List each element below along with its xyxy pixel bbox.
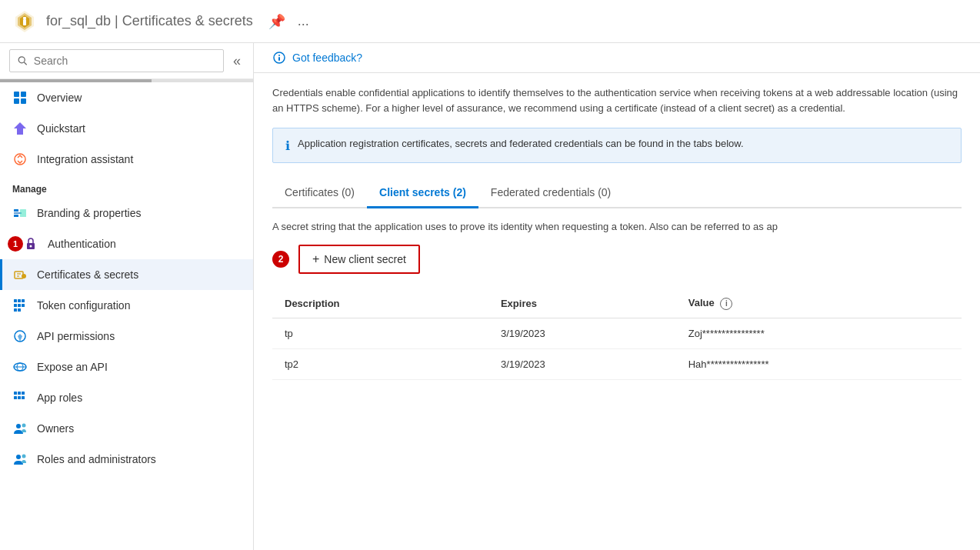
svg-point-41 [22, 424, 26, 428]
sidebar-item-roles-admin-label: Roles and administrators [37, 453, 156, 465]
svg-rect-46 [278, 57, 280, 61]
svg-rect-25 [14, 304, 17, 307]
sidebar-item-certificates-label: Certificates & secrets [37, 268, 138, 281]
sidebar-item-api-permissions[interactable]: API permissions [0, 321, 253, 352]
sidebar-item-overview-label: Overview [37, 92, 82, 104]
svg-point-19 [22, 274, 26, 278]
search-box[interactable] [9, 49, 224, 72]
integration-icon [12, 152, 28, 167]
step-2-badge: 2 [272, 251, 289, 268]
svg-rect-9 [14, 98, 19, 104]
info-icon: ℹ [285, 138, 290, 153]
feedback-bar[interactable]: Got feedback? [254, 43, 980, 73]
more-options-icon[interactable]: ... [298, 13, 309, 29]
owners-icon [12, 421, 28, 436]
secret-1-value: Zoj**************** [676, 318, 962, 348]
tab-client-secrets[interactable]: Client secrets (2) [367, 178, 478, 208]
new-secret-label: New client secret [324, 253, 406, 265]
svg-rect-29 [18, 308, 21, 312]
authentication-icon [23, 236, 38, 252]
svg-rect-12 [14, 209, 18, 212]
sidebar-item-app-roles-label: App roles [37, 392, 82, 404]
page-title: for_sql_db | Certificates & secrets [46, 13, 253, 29]
branding-icon [12, 205, 28, 221]
svg-rect-4 [23, 17, 26, 19]
info-box: ℹ Application registration certificates,… [272, 128, 962, 163]
search-icon [18, 55, 28, 66]
title-separator: | [115, 13, 122, 28]
svg-point-43 [22, 455, 26, 458]
svg-rect-8 [21, 92, 26, 97]
page-description: Credentials enable confidential applicat… [272, 85, 962, 115]
value-info-icon[interactable]: i [720, 298, 732, 310]
col-value-label: Value [688, 297, 715, 308]
feedback-text: Got feedback? [292, 52, 362, 64]
api-permissions-icon [12, 328, 28, 344]
content-body: Credentials enable confidential applicat… [254, 73, 980, 550]
roles-admin-icon [12, 452, 28, 467]
quickstart-icon [12, 121, 28, 136]
sidebar-top: « [0, 43, 253, 79]
tab-description: A secret string that the application use… [272, 221, 962, 232]
sidebar-item-authentication[interactable]: 1 Authentication [0, 228, 253, 259]
svg-point-42 [16, 455, 21, 459]
sidebar-item-quickstart-label: Quickstart [37, 122, 85, 135]
app-icon [12, 9, 37, 34]
col-description: Description [272, 289, 488, 318]
sidebar-item-app-roles[interactable]: App roles [0, 382, 253, 413]
sidebar-item-integration[interactable]: Integration assistant [0, 144, 253, 175]
sidebar-item-owners[interactable]: Owners [0, 413, 253, 444]
header: for_sql_db | Certificates & secrets 📌 ..… [0, 0, 980, 43]
main-layout: « Overview Quickstart [0, 43, 980, 550]
secret-1-description: tp [272, 318, 488, 348]
svg-rect-35 [18, 392, 21, 395]
search-input[interactable] [34, 55, 215, 67]
table-header-row: Description Expires Value i [272, 289, 962, 318]
secrets-table: Description Expires Value i tp 3/19/2023… [272, 289, 962, 380]
sidebar-item-owners-label: Owners [37, 422, 74, 435]
svg-rect-23 [18, 299, 21, 302]
pin-icon[interactable]: 📌 [268, 13, 285, 30]
tab-certificates[interactable]: Certificates (0) [272, 178, 367, 208]
svg-rect-26 [18, 304, 21, 307]
step-1-badge: 1 [8, 236, 23, 252]
sidebar-item-expose-api-label: Expose an API [37, 361, 108, 373]
app-roles-icon [12, 390, 28, 405]
sidebar-item-roles-admin[interactable]: Roles and administrators [0, 444, 253, 475]
sidebar-item-authentication-label: Authentication [48, 238, 116, 250]
col-expires: Expires [488, 289, 676, 318]
svg-rect-3 [23, 19, 26, 25]
sidebar-item-certificates[interactable]: Certificates & secrets [0, 259, 253, 290]
info-message: Application registration certificates, s… [298, 138, 744, 149]
svg-rect-38 [18, 396, 21, 399]
sidebar-item-token[interactable]: Token configuration [0, 290, 253, 321]
tabs-container: Certificates (0) Client secrets (2) Fede… [272, 178, 962, 208]
tab-federated[interactable]: Federated credentials (0) [478, 178, 623, 208]
sidebar-nav: Overview Quickstart Integration assistan… [0, 82, 253, 550]
secret-row-1: tp 3/19/2023 Zoj**************** [272, 318, 962, 348]
svg-line-6 [24, 62, 26, 65]
new-secret-wrapper: 2 + New client secret [272, 245, 962, 274]
svg-rect-34 [14, 392, 17, 395]
collapse-sidebar-button[interactable]: « [230, 50, 244, 72]
secret-2-value: Hah**************** [676, 348, 962, 379]
manage-section-label: Manage [0, 175, 253, 198]
sidebar-item-token-label: Token configuration [37, 299, 130, 312]
secret-2-description: tp2 [272, 348, 488, 379]
sidebar-item-overview[interactable]: Overview [0, 82, 253, 113]
overview-icon [12, 90, 28, 105]
sidebar-item-branding[interactable]: Branding & properties [0, 198, 253, 228]
svg-rect-36 [22, 392, 25, 395]
page-section: Certificates & secrets [122, 13, 253, 28]
sidebar-item-expose-api[interactable]: Expose an API [0, 352, 253, 382]
content-area: Got feedback? Credentials enable confide… [254, 43, 980, 550]
svg-rect-27 [22, 304, 25, 307]
new-client-secret-button[interactable]: + New client secret [298, 245, 420, 274]
svg-rect-7 [14, 92, 19, 97]
app-name: for_sql_db [46, 13, 111, 28]
svg-rect-28 [14, 308, 17, 312]
token-icon [12, 298, 28, 313]
certificates-icon [12, 267, 28, 282]
sidebar-item-quickstart[interactable]: Quickstart [0, 113, 253, 144]
svg-rect-18 [15, 272, 23, 278]
